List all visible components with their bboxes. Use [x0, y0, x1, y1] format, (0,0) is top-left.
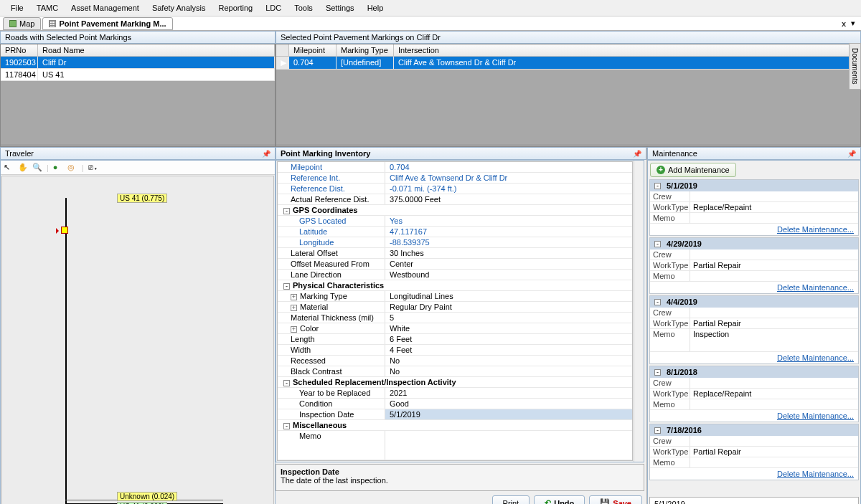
target-icon[interactable]: ◎	[67, 163, 77, 173]
property-row[interactable]: GPS LocatedYes	[278, 216, 632, 227]
maintenance-item: -5/1/2019 Crew WorkTypeReplace/Repaint M…	[649, 179, 859, 236]
description-box: Inspection Date The date of the last ins…	[276, 464, 644, 491]
maintenance-date[interactable]: -7/18/2016	[650, 424, 858, 436]
delete-maintenance-link[interactable]: Delete Maintenance...	[777, 353, 854, 362]
zoom-icon[interactable]: 🔍	[32, 163, 42, 173]
property-row[interactable]: Memo	[278, 431, 632, 460]
pin-icon[interactable]: 📌	[847, 150, 856, 158]
property-grid[interactable]: Milepoint0.704Reference Int.Cliff Ave & …	[277, 161, 633, 461]
traveler-toolbar: ↖ ✋ 🔍 | ● ◎ | ⎚▾	[1, 161, 275, 175]
property-row[interactable]: Offset Measured FromCenter	[278, 259, 632, 270]
table-row[interactable]: ▶0.704[Undefined]Cliff Ave & Townsend Dr…	[276, 57, 860, 70]
property-row[interactable]: Reference Int.Cliff Ave & Townsend Dr & …	[278, 173, 632, 184]
menu-asset-management[interactable]: Asset Management	[65, 1, 146, 14]
property-row[interactable]: +ColorWhite	[278, 323, 632, 334]
menu-settings[interactable]: Settings	[319, 1, 361, 14]
road-segment	[65, 198, 67, 504]
pan-icon[interactable]: ✋	[18, 163, 28, 173]
property-row[interactable]: +MaterialRegular Dry Paint	[278, 302, 632, 313]
property-row[interactable]: Actual Reference Dist.375.0000 Feet	[278, 194, 632, 205]
property-row[interactable]: ConditionGood	[278, 399, 632, 409]
maintenance-item: -7/18/2016 Crew WorkTypePartial Repair M…	[649, 424, 859, 480]
maintenance-date[interactable]: -8/1/2018	[650, 366, 858, 378]
scrollbar[interactable]	[634, 161, 644, 462]
property-row[interactable]: Black ContrastNo	[278, 366, 632, 377]
settings-icon[interactable]: ⎚▾	[88, 163, 98, 173]
maintenance-date[interactable]: -4/29/2019	[650, 238, 858, 249]
roads-panel-header: Roads with Selected Point Markings	[0, 31, 276, 44]
pin-icon[interactable]: 📌	[633, 150, 641, 158]
traveler-canvas[interactable]: US 41 (0.775) Unknown (0.024) US 41 (0.0…	[1, 176, 274, 504]
traveler-panel: ↖ ✋ 🔍 | ● ◎ | ⎚▾ US 41 (0.775) Unknown (…	[0, 160, 276, 504]
property-category[interactable]: -Physical Characteristics	[278, 280, 632, 291]
property-row[interactable]: Width4 Feet	[278, 345, 632, 356]
property-row[interactable]: Latitude47.117167	[278, 227, 632, 237]
inventory-header: Point Marking Inventory📌	[276, 147, 646, 160]
menu-tamc[interactable]: TAMC	[30, 1, 65, 14]
pointer-icon[interactable]: ↖	[4, 163, 14, 173]
delete-maintenance-link[interactable]: Delete Maintenance...	[777, 283, 854, 292]
inventory-panel: Milepoint0.704Reference Int.Cliff Ave & …	[276, 160, 644, 462]
property-row[interactable]: Year to be Replaced2021	[278, 388, 632, 399]
col-selector	[276, 44, 289, 56]
delete-maintenance-link[interactable]: Delete Maintenance...	[777, 412, 854, 420]
add-maintenance-button[interactable]: + Add Maintenance	[650, 163, 736, 177]
property-row[interactable]: Reference Dist.-0.071 mi. (-374 ft.)	[278, 184, 632, 194]
property-category[interactable]: -Miscellaneous	[278, 420, 632, 431]
property-row[interactable]: Lateral Offset30 Inches	[278, 248, 632, 259]
property-category[interactable]: -Scheduled Replacement/Inspection Activi…	[278, 377, 632, 388]
col-milepoint[interactable]: Milepoint	[289, 44, 337, 56]
maintenance-header: Maintenance📌	[647, 147, 861, 160]
property-row[interactable]: +Marking TypeLongitudinal Lines	[278, 291, 632, 302]
undo-button[interactable]: ↶Undo	[534, 495, 585, 504]
delete-maintenance-link[interactable]: Delete Maintenance...	[777, 225, 854, 234]
print-button[interactable]: Print	[492, 495, 530, 504]
menu-reporting[interactable]: Reporting	[212, 1, 259, 14]
col-road-name[interactable]: Road Name	[38, 44, 275, 56]
save-button[interactable]: 💾Save	[589, 495, 642, 504]
menu-tools[interactable]: Tools	[288, 1, 319, 14]
menu-bar: File TAMC Asset Management Safety Analys…	[0, 0, 861, 16]
property-row[interactable]: Milepoint0.704	[278, 162, 632, 173]
tab-dropdown-icon[interactable]: ▾	[848, 19, 858, 28]
tab-close-icon[interactable]: x	[839, 19, 848, 28]
footer-date[interactable]: 5/1/2019	[649, 497, 859, 504]
table-row[interactable]: 1178404US 41	[1, 69, 275, 81]
roads-grid: PRNo Road Name 1902503Cliff Dr1178404US …	[0, 44, 276, 147]
property-row[interactable]: RecessedNo	[278, 356, 632, 366]
maintenance-list: -5/1/2019 Crew WorkTypeReplace/Repaint M…	[649, 179, 859, 495]
documents-side-tab[interactable]: Documents	[849, 43, 861, 90]
maintenance-date[interactable]: -4/4/2019	[650, 296, 858, 308]
table-row[interactable]: 1902503Cliff Dr	[1, 57, 275, 69]
property-row[interactable]: Length6 Feet	[278, 334, 632, 345]
globe-icon[interactable]: ●	[53, 163, 63, 173]
property-row[interactable]: Inspection Date5/1/2019	[278, 409, 632, 420]
property-category[interactable]: -GPS Coordinates	[278, 205, 632, 216]
point-marker[interactable]	[61, 227, 68, 234]
col-intersection[interactable]: Intersection	[394, 44, 860, 56]
pin-icon[interactable]: 📌	[262, 150, 270, 158]
button-bar: Print ↶Undo 💾Save	[276, 493, 646, 504]
property-row[interactable]: Longitude-88.539375	[278, 237, 632, 248]
menu-ldc[interactable]: LDC	[259, 1, 288, 14]
property-row[interactable]: Material Thickness (mil)5	[278, 313, 632, 323]
maintenance-item: -4/29/2019 Crew WorkTypePartial Repair M…	[649, 237, 859, 294]
delete-maintenance-link[interactable]: Delete Maintenance...	[777, 470, 854, 478]
tab-map[interactable]: Map	[3, 17, 41, 30]
traveler-header: Traveler📌	[0, 147, 276, 160]
menu-safety-analysis[interactable]: Safety Analysis	[146, 1, 212, 14]
menu-help[interactable]: Help	[361, 1, 390, 14]
col-marking-type[interactable]: Marking Type	[337, 44, 394, 56]
maintenance-item: -8/1/2018 Crew WorkTypeReplace/Repaint M…	[649, 366, 859, 422]
tab-point-marking[interactable]: Point Pavement Marking M...	[42, 17, 172, 30]
col-prno[interactable]: PRNo	[1, 44, 38, 56]
maintenance-panel: + Add Maintenance -5/1/2019 Crew WorkTyp…	[647, 160, 861, 504]
markings-panel-header: Selected Point Pavement Markings on Clif…	[276, 31, 861, 44]
maintenance-item: -4/4/2019 Crew WorkTypePartial Repair Me…	[649, 295, 859, 364]
grid-icon	[49, 20, 56, 27]
plus-icon: +	[657, 166, 665, 174]
menu-file[interactable]: File	[4, 1, 30, 14]
maintenance-date[interactable]: -5/1/2019	[650, 180, 858, 191]
property-row[interactable]: Lane DirectionWestbound	[278, 270, 632, 280]
road-label: US 41 (0.775)	[117, 194, 167, 203]
